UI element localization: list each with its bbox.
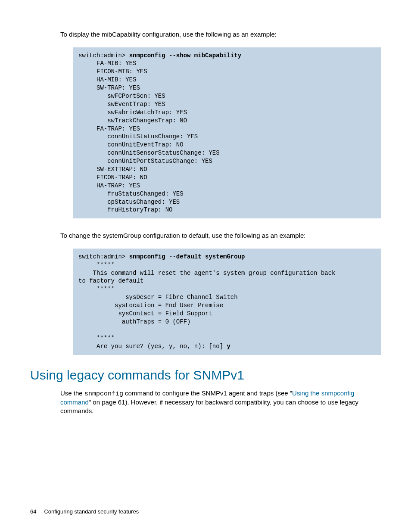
- section-heading: Using legacy commands for SNMPv1: [30, 368, 381, 383]
- section-paragraph: Use the snmpconfig command to configure …: [60, 389, 381, 415]
- code-output: ***** This command will reset the agent'…: [78, 261, 336, 350]
- inline-code-snmpconfig: snmpconfig: [84, 390, 123, 398]
- intro-text-2: To change the systemGroup configuration …: [60, 231, 381, 240]
- para-t2: command to configure the SNMPv1 agent an…: [123, 389, 292, 397]
- page-footer: 64Configuring standard security features: [30, 508, 139, 515]
- code-command: snmpconfig --show mibCapability: [129, 52, 241, 59]
- code-confirm: y: [227, 343, 230, 350]
- code-prompt: switch:admin>: [78, 52, 129, 59]
- para-t1: Use the: [60, 389, 84, 397]
- footer-title: Configuring standard security features: [44, 508, 139, 515]
- code-block-mibcapability: switch:admin> snmpconfig --show mibCapab…: [73, 47, 381, 219]
- code-block-systemgroup: switch:admin> snmpconfig --default syste…: [73, 249, 381, 355]
- code-prompt: switch:admin>: [78, 253, 129, 260]
- para-t3: " on page 61). However, if necessary for…: [60, 398, 358, 414]
- page-number: 64: [30, 508, 36, 515]
- code-command: snmpconfig --default systemGroup: [129, 253, 245, 260]
- intro-text-1: To display the mibCapability configurati…: [60, 30, 381, 39]
- code-output: FA-MIB: YES FICON-MIB: YES HA-MIB: YES S…: [78, 60, 220, 213]
